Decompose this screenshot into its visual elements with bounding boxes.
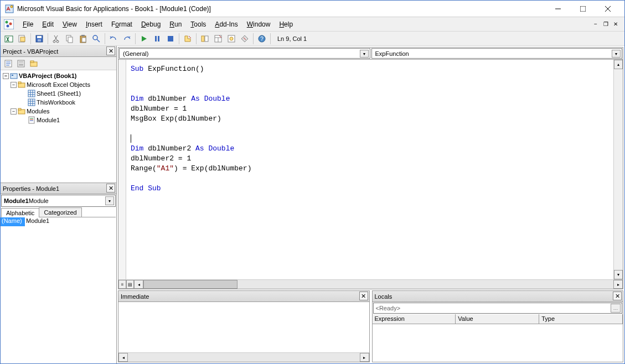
- paste-button[interactable]: [77, 33, 89, 45]
- properties-panel-header: Properties - Module1 ✕: [1, 183, 116, 194]
- tree-modules[interactable]: − Modules: [3, 107, 114, 116]
- properties-window-button[interactable]: [212, 33, 224, 45]
- code-editor[interactable]: Sub ExpFunction() Dim dblNumber As Doubl…: [126, 60, 613, 279]
- tree-root[interactable]: − VBAProject (Book1): [3, 71, 114, 80]
- design-mode-button[interactable]: [182, 33, 194, 45]
- chevron-down-icon[interactable]: ▾: [105, 196, 114, 205]
- menu-edit[interactable]: Edit: [38, 19, 58, 30]
- scrollbar-thumb[interactable]: [143, 280, 237, 289]
- chevron-down-icon[interactable]: ▾: [360, 50, 369, 58]
- svg-rect-22: [82, 38, 86, 42]
- locals-col-value[interactable]: Value: [456, 314, 539, 324]
- view-object-button[interactable]: [16, 58, 27, 69]
- tab-categorized[interactable]: Categorized: [39, 207, 81, 217]
- find-button[interactable]: [90, 33, 102, 45]
- immediate-header: Immediate ✕: [118, 291, 369, 302]
- menu-file[interactable]: File: [18, 19, 38, 30]
- svg-rect-32: [205, 36, 208, 41]
- reset-button[interactable]: [164, 33, 177, 45]
- chevron-down-icon[interactable]: ▾: [612, 50, 621, 58]
- object-dropdown[interactable]: (General) ▾: [119, 48, 370, 59]
- property-row[interactable]: (Name) Module1: [1, 217, 116, 226]
- tree-sheet1[interactable]: Sheet1 (Sheet1): [3, 89, 114, 98]
- tree-root-label: VBAProject (Book1): [19, 72, 77, 79]
- tree-excel-objects[interactable]: − Microsoft Excel Objects: [3, 80, 114, 89]
- undo-button[interactable]: [107, 33, 120, 45]
- redo-button[interactable]: [121, 33, 133, 45]
- collapse-icon[interactable]: −: [3, 73, 9, 79]
- menu-view[interactable]: View: [58, 19, 81, 30]
- svg-rect-49: [30, 61, 34, 63]
- collapse-icon[interactable]: −: [11, 82, 17, 88]
- scroll-up-button[interactable]: ▴: [614, 60, 623, 69]
- locals-col-type[interactable]: Type: [539, 314, 623, 324]
- project-panel-close-button[interactable]: ✕: [106, 46, 115, 55]
- scroll-left-button[interactable]: ◂: [118, 353, 128, 362]
- tab-alphabetic[interactable]: Alphabetic: [1, 208, 39, 217]
- menu-insert[interactable]: Insert: [81, 19, 107, 30]
- scroll-right-button[interactable]: ▸: [613, 280, 623, 289]
- property-value[interactable]: Module1: [25, 217, 116, 226]
- locals-column-headers: Expression Value Type: [373, 314, 623, 324]
- menu-run[interactable]: Run: [165, 19, 186, 30]
- menu-help[interactable]: Help: [275, 19, 297, 30]
- collapse-icon[interactable]: −: [11, 108, 17, 115]
- view-code-button[interactable]: [3, 58, 14, 69]
- code-margin[interactable]: [118, 60, 126, 279]
- maximize-button[interactable]: [570, 1, 595, 17]
- standard-toolbar: ? Ln 9, Col 1: [1, 32, 624, 46]
- toolbox-button[interactable]: [239, 33, 251, 45]
- procedure-dropdown[interactable]: ExpFunction ▾: [371, 48, 623, 59]
- menu-debug[interactable]: Debug: [137, 19, 165, 30]
- tree-label: ThisWorkbook: [37, 99, 75, 106]
- ellipsis-button[interactable]: …: [611, 304, 621, 313]
- svg-rect-66: [29, 117, 34, 123]
- scroll-left-button[interactable]: ◂: [134, 280, 143, 289]
- immediate-title: Immediate: [121, 293, 149, 300]
- immediate-close-button[interactable]: ✕: [359, 292, 368, 300]
- menu-tools[interactable]: Tools: [186, 19, 210, 30]
- cursor-position: Ln 9, Col 1: [277, 35, 307, 42]
- menu-bar: File Edit View Insert Format Debug Run T…: [1, 17, 624, 32]
- menu-addins[interactable]: Add-Ins: [210, 19, 242, 30]
- full-module-view-button[interactable]: ▤: [126, 280, 134, 289]
- properties-grid[interactable]: (Name) Module1: [1, 217, 116, 363]
- cut-button[interactable]: [50, 33, 63, 45]
- run-button[interactable]: [138, 33, 150, 45]
- mdi-restore-button[interactable]: ❐: [601, 20, 610, 28]
- scroll-right-button[interactable]: ▸: [360, 353, 369, 362]
- mdi-minimize-button[interactable]: −: [591, 20, 600, 28]
- properties-panel-close-button[interactable]: ✕: [106, 184, 115, 193]
- mdi-close-button[interactable]: ✕: [611, 20, 620, 28]
- horizontal-scrollbar[interactable]: ◂ ▸: [134, 280, 623, 289]
- object-browser-button[interactable]: [225, 33, 237, 45]
- toggle-folders-button[interactable]: [28, 58, 39, 69]
- svg-rect-14: [37, 36, 42, 38]
- view-excel-button[interactable]: [3, 33, 15, 45]
- immediate-hscroll[interactable]: ◂ ▸: [118, 352, 369, 362]
- locals-col-expression[interactable]: Expression: [373, 314, 456, 324]
- break-button[interactable]: [151, 33, 163, 45]
- menu-format[interactable]: Format: [107, 19, 137, 30]
- save-button[interactable]: [33, 33, 45, 45]
- tree-thisworkbook[interactable]: ThisWorkbook: [3, 98, 114, 107]
- insert-module-button[interactable]: [16, 33, 28, 45]
- immediate-input[interactable]: [118, 302, 369, 352]
- project-explorer-button[interactable]: [199, 33, 211, 45]
- menu-window[interactable]: Window: [242, 19, 275, 30]
- locals-body[interactable]: [373, 324, 623, 362]
- minimize-button[interactable]: [545, 1, 570, 17]
- procedure-view-button[interactable]: ≡: [118, 280, 126, 289]
- svg-point-8: [9, 22, 12, 25]
- help-button[interactable]: ?: [256, 33, 268, 45]
- vertical-scrollbar[interactable]: ▴ ▾: [613, 60, 623, 279]
- svg-point-9: [7, 24, 9, 27]
- tree-module1[interactable]: Module1: [3, 116, 114, 124]
- locals-context-dropdown[interactable]: <Ready> …: [373, 303, 623, 314]
- properties-object-dropdown[interactable]: Module1 Module ▾: [1, 195, 116, 207]
- close-button[interactable]: [595, 1, 620, 17]
- copy-button[interactable]: [64, 33, 76, 45]
- scroll-down-button[interactable]: ▾: [614, 270, 623, 279]
- project-tree[interactable]: − VBAProject (Book1) − Microsoft Excel O…: [1, 70, 116, 183]
- locals-close-button[interactable]: ✕: [613, 292, 622, 300]
